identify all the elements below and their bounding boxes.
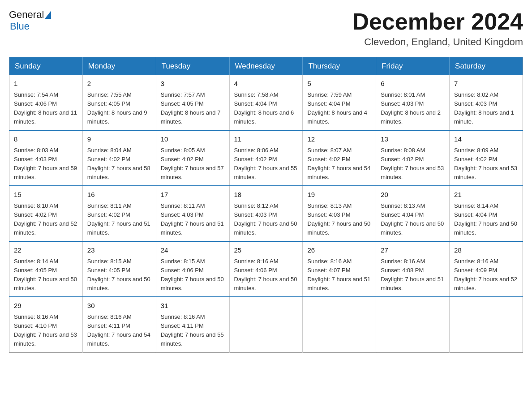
day-info: Sunrise: 8:13 AMSunset: 4:04 PMDaylight:… bbox=[381, 201, 445, 238]
day-number: 27 bbox=[381, 245, 445, 256]
month-title: December 2024 bbox=[352, 9, 523, 34]
day-number: 15 bbox=[14, 190, 78, 200]
day-info: Sunrise: 8:13 AMSunset: 4:03 PMDaylight:… bbox=[307, 201, 371, 238]
logo-blue-text: Blue bbox=[10, 21, 30, 32]
page-header: General Blue December 2024 Clevedon, Eng… bbox=[9, 9, 523, 48]
calendar-table: SundayMondayTuesdayWednesdayThursdayFrid… bbox=[9, 57, 523, 352]
col-header-wednesday: Wednesday bbox=[229, 57, 303, 76]
day-number: 25 bbox=[234, 245, 298, 256]
day-number: 8 bbox=[14, 134, 78, 145]
day-cell: 2Sunrise: 7:55 AMSunset: 4:05 PMDaylight… bbox=[82, 75, 156, 130]
day-cell: 14Sunrise: 8:09 AMSunset: 4:02 PMDayligh… bbox=[450, 130, 523, 186]
day-cell: 29Sunrise: 8:16 AMSunset: 4:10 PMDayligh… bbox=[9, 297, 83, 352]
day-info: Sunrise: 8:06 AMSunset: 4:02 PMDaylight:… bbox=[234, 146, 298, 182]
day-cell: 16Sunrise: 8:11 AMSunset: 4:02 PMDayligh… bbox=[82, 186, 156, 241]
col-header-friday: Friday bbox=[376, 57, 450, 76]
day-cell: 5Sunrise: 7:59 AMSunset: 4:04 PMDaylight… bbox=[303, 75, 376, 130]
day-cell: 10Sunrise: 8:05 AMSunset: 4:02 PMDayligh… bbox=[156, 130, 229, 186]
day-info: Sunrise: 8:14 AMSunset: 4:04 PMDaylight:… bbox=[454, 201, 518, 238]
day-info: Sunrise: 7:55 AMSunset: 4:05 PMDaylight:… bbox=[87, 90, 151, 127]
day-number: 23 bbox=[87, 245, 151, 256]
day-info: Sunrise: 8:04 AMSunset: 4:02 PMDaylight:… bbox=[87, 146, 151, 182]
day-cell: 12Sunrise: 8:07 AMSunset: 4:02 PMDayligh… bbox=[303, 130, 376, 186]
day-number: 24 bbox=[161, 245, 225, 256]
week-row-2: 8Sunrise: 8:03 AMSunset: 4:03 PMDaylight… bbox=[9, 130, 523, 186]
day-number: 2 bbox=[87, 79, 151, 89]
day-info: Sunrise: 8:16 AMSunset: 4:07 PMDaylight:… bbox=[307, 257, 371, 293]
day-number: 16 bbox=[87, 190, 151, 200]
day-info: Sunrise: 8:15 AMSunset: 4:06 PMDaylight:… bbox=[161, 257, 225, 293]
day-number: 10 bbox=[161, 134, 225, 145]
day-number: 22 bbox=[14, 245, 78, 256]
day-cell bbox=[450, 297, 523, 352]
day-number: 14 bbox=[454, 134, 518, 145]
day-number: 19 bbox=[307, 190, 371, 200]
day-number: 4 bbox=[234, 79, 298, 89]
day-number: 28 bbox=[454, 245, 518, 256]
day-number: 13 bbox=[381, 134, 445, 145]
day-cell: 28Sunrise: 8:16 AMSunset: 4:09 PMDayligh… bbox=[450, 241, 523, 297]
day-info: Sunrise: 8:09 AMSunset: 4:02 PMDaylight:… bbox=[454, 146, 518, 182]
day-number: 3 bbox=[161, 79, 225, 89]
day-info: Sunrise: 8:16 AMSunset: 4:10 PMDaylight:… bbox=[14, 313, 78, 349]
day-info: Sunrise: 8:08 AMSunset: 4:02 PMDaylight:… bbox=[381, 146, 445, 182]
day-info: Sunrise: 8:16 AMSunset: 4:08 PMDaylight:… bbox=[381, 257, 445, 293]
day-cell: 25Sunrise: 8:16 AMSunset: 4:06 PMDayligh… bbox=[229, 241, 303, 297]
col-header-tuesday: Tuesday bbox=[156, 57, 229, 76]
day-number: 26 bbox=[307, 245, 371, 256]
day-info: Sunrise: 8:16 AMSunset: 4:06 PMDaylight:… bbox=[234, 257, 298, 293]
day-cell: 31Sunrise: 8:16 AMSunset: 4:11 PMDayligh… bbox=[156, 297, 229, 352]
day-number: 21 bbox=[454, 190, 518, 200]
day-cell: 23Sunrise: 8:15 AMSunset: 4:05 PMDayligh… bbox=[82, 241, 156, 297]
day-info: Sunrise: 8:05 AMSunset: 4:02 PMDaylight:… bbox=[161, 146, 225, 182]
day-info: Sunrise: 8:11 AMSunset: 4:03 PMDaylight:… bbox=[161, 201, 225, 238]
day-cell: 21Sunrise: 8:14 AMSunset: 4:04 PMDayligh… bbox=[450, 186, 523, 241]
day-cell: 7Sunrise: 8:02 AMSunset: 4:03 PMDaylight… bbox=[450, 75, 523, 130]
day-number: 20 bbox=[381, 190, 445, 200]
day-number: 1 bbox=[14, 79, 78, 89]
day-cell: 24Sunrise: 8:15 AMSunset: 4:06 PMDayligh… bbox=[156, 241, 229, 297]
day-cell bbox=[303, 297, 376, 352]
day-number: 29 bbox=[14, 301, 78, 311]
week-row-1: 1Sunrise: 7:54 AMSunset: 4:06 PMDaylight… bbox=[9, 75, 523, 130]
day-cell: 15Sunrise: 8:10 AMSunset: 4:02 PMDayligh… bbox=[9, 186, 83, 241]
calendar-header-row: SundayMondayTuesdayWednesdayThursdayFrid… bbox=[9, 57, 523, 76]
day-number: 17 bbox=[161, 190, 225, 200]
day-cell: 17Sunrise: 8:11 AMSunset: 4:03 PMDayligh… bbox=[156, 186, 229, 241]
day-number: 31 bbox=[161, 301, 225, 311]
day-cell: 22Sunrise: 8:14 AMSunset: 4:05 PMDayligh… bbox=[9, 241, 83, 297]
day-info: Sunrise: 8:01 AMSunset: 4:03 PMDaylight:… bbox=[381, 90, 445, 127]
day-cell: 8Sunrise: 8:03 AMSunset: 4:03 PMDaylight… bbox=[9, 130, 83, 186]
day-cell: 30Sunrise: 8:16 AMSunset: 4:11 PMDayligh… bbox=[82, 297, 156, 352]
day-info: Sunrise: 8:16 AMSunset: 4:11 PMDaylight:… bbox=[87, 313, 151, 349]
day-cell: 6Sunrise: 8:01 AMSunset: 4:03 PMDaylight… bbox=[376, 75, 450, 130]
day-number: 5 bbox=[307, 79, 371, 89]
day-cell: 19Sunrise: 8:13 AMSunset: 4:03 PMDayligh… bbox=[303, 186, 376, 241]
col-header-sunday: Sunday bbox=[9, 57, 83, 76]
day-info: Sunrise: 7:57 AMSunset: 4:05 PMDaylight:… bbox=[161, 90, 225, 127]
day-number: 30 bbox=[87, 301, 151, 311]
day-number: 12 bbox=[307, 134, 371, 145]
day-number: 11 bbox=[234, 134, 298, 145]
day-cell bbox=[376, 297, 450, 352]
day-cell: 27Sunrise: 8:16 AMSunset: 4:08 PMDayligh… bbox=[376, 241, 450, 297]
col-header-thursday: Thursday bbox=[303, 57, 376, 76]
day-cell: 13Sunrise: 8:08 AMSunset: 4:02 PMDayligh… bbox=[376, 130, 450, 186]
day-info: Sunrise: 8:16 AMSunset: 4:11 PMDaylight:… bbox=[161, 313, 225, 349]
logo: General Blue bbox=[9, 9, 51, 32]
day-number: 6 bbox=[381, 79, 445, 89]
col-header-saturday: Saturday bbox=[450, 57, 523, 76]
day-cell: 9Sunrise: 8:04 AMSunset: 4:02 PMDaylight… bbox=[82, 130, 156, 186]
day-cell: 4Sunrise: 7:58 AMSunset: 4:04 PMDaylight… bbox=[229, 75, 303, 130]
day-info: Sunrise: 7:59 AMSunset: 4:04 PMDaylight:… bbox=[307, 90, 371, 127]
week-row-3: 15Sunrise: 8:10 AMSunset: 4:02 PMDayligh… bbox=[9, 186, 523, 241]
day-info: Sunrise: 7:54 AMSunset: 4:06 PMDaylight:… bbox=[14, 90, 78, 127]
day-info: Sunrise: 8:03 AMSunset: 4:03 PMDaylight:… bbox=[14, 146, 78, 182]
day-number: 18 bbox=[234, 190, 298, 200]
day-cell: 18Sunrise: 8:12 AMSunset: 4:03 PMDayligh… bbox=[229, 186, 303, 241]
day-cell: 20Sunrise: 8:13 AMSunset: 4:04 PMDayligh… bbox=[376, 186, 450, 241]
week-row-4: 22Sunrise: 8:14 AMSunset: 4:05 PMDayligh… bbox=[9, 241, 523, 297]
day-cell: 3Sunrise: 7:57 AMSunset: 4:05 PMDaylight… bbox=[156, 75, 229, 130]
day-info: Sunrise: 8:07 AMSunset: 4:02 PMDaylight:… bbox=[307, 146, 371, 182]
logo-triangle-icon bbox=[45, 11, 51, 19]
